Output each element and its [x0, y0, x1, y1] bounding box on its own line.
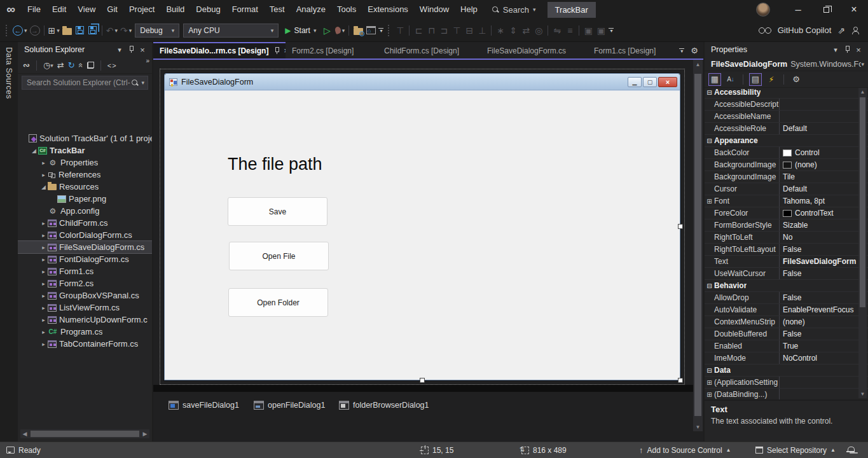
open-file-button[interactable]: Open File [229, 242, 329, 270]
tree-item-paper-png[interactable]: Paper.png [18, 193, 152, 205]
expander-icon[interactable]: ▸ [39, 268, 48, 275]
property-row-backgroundimage[interactable]: BackgroundImage(none) [705, 159, 868, 171]
property-value[interactable]: False [779, 268, 868, 279]
save-button[interactable]: Save [228, 197, 327, 226]
expander-icon[interactable]: ▸ [39, 341, 48, 347]
horizontal-scrollbar[interactable]: ◀ ▶ [20, 429, 149, 438]
feedback-icon[interactable] [851, 27, 859, 34]
tree-item-childform-cs[interactable]: ▸ChildForm.cs [18, 217, 152, 229]
property-category-data[interactable]: ⊟Data [705, 364, 868, 377]
property-value[interactable] [779, 99, 868, 110]
menu-view[interactable]: View [72, 0, 101, 19]
property-row-font[interactable]: ⊞FontTahoma, 8pt [705, 195, 868, 207]
property-value[interactable]: Default [779, 183, 868, 195]
add-to-source-control-button[interactable]: ↑ Add to Source Control ▲ [639, 445, 731, 455]
property-value[interactable]: ControlText [779, 207, 868, 219]
expander-icon[interactable]: ▸ [39, 293, 48, 299]
menu-debug[interactable]: Debug [190, 0, 226, 19]
property-category-accessibility[interactable]: ⊟Accessibility [705, 87, 868, 99]
expand-icon[interactable]: ⊞ [705, 379, 714, 386]
pin-icon[interactable] [125, 45, 137, 54]
property-value[interactable]: No [779, 232, 868, 243]
property-row-formborderstyle[interactable]: FormBorderStyleSizable [705, 219, 868, 232]
menu-git[interactable]: Git [101, 0, 123, 19]
property-row--applicationsetting[interactable]: ⊞(ApplicationSetting [705, 377, 868, 389]
properties-shortcut-icon[interactable] [87, 62, 94, 69]
new-project-button[interactable]: ⊞▾ [47, 23, 61, 38]
navigate-back-button[interactable]: ←▾ [11, 23, 29, 38]
expander-icon[interactable]: ▸ [39, 172, 48, 178]
property-row-righttoleftlayout[interactable]: RightToLeftLayoutFalse [705, 244, 868, 256]
document-tab[interactable]: Form1.cs [Design] [588, 42, 677, 59]
object-selector-dropdown[interactable]: FileSaveDialogForm System.Windows.For ▾ [705, 57, 868, 71]
property-value[interactable]: False [779, 292, 868, 303]
send-to-back-icon[interactable]: ▣ [595, 23, 607, 38]
property-value[interactable] [779, 389, 868, 399]
tree-item-filesavedialogform-cs[interactable]: ▸FileSaveDialogForm.cs [18, 241, 152, 253]
select-repository-button[interactable]: Select Repository ▲ [755, 446, 836, 455]
property-value[interactable]: Tahoma, 8pt [779, 195, 868, 207]
resize-handle-right[interactable] [678, 224, 683, 229]
tray-component-openFileDialog1[interactable]: openFileDialog1 [254, 401, 325, 410]
github-copilot-icon[interactable] [759, 27, 771, 34]
property-value[interactable]: Control [779, 147, 868, 158]
align-bottoms-icon[interactable]: ⊥ [476, 23, 488, 38]
property-value[interactable]: Tile [779, 171, 868, 183]
navigate-forward-button[interactable]: → [29, 23, 41, 38]
share-icon[interactable]: ⇗ [837, 25, 845, 36]
expander-icon[interactable]: ◢ [30, 148, 38, 154]
scrollbar-thumb[interactable] [31, 431, 139, 437]
solution-name-badge[interactable]: TrackBar [548, 2, 596, 18]
minimize-button[interactable]: ─ [784, 0, 812, 19]
menu-test[interactable]: Test [264, 0, 291, 19]
expander-icon[interactable]: ▸ [39, 160, 48, 166]
forms-designer-surface[interactable]: FileSaveDialogForm ▁ ▢ × The file path S… [153, 60, 703, 441]
property-value[interactable]: Sizable [779, 219, 868, 231]
property-row-enabled[interactable]: EnabledTrue [705, 340, 868, 352]
chevron-down-icon[interactable]: ▾ [114, 46, 125, 54]
make-same-height-icon[interactable]: ⇕ [507, 23, 520, 38]
pin-icon[interactable] [841, 45, 853, 54]
property-value[interactable]: NoControl [779, 352, 868, 364]
layout-overflow-icon[interactable]: ▾ [609, 28, 614, 32]
property-value[interactable]: Default [779, 123, 868, 134]
tray-component-folderBrowserDialog1[interactable]: folderBrowserDialog1 [339, 401, 429, 410]
user-avatar[interactable] [756, 3, 770, 17]
expander-icon[interactable]: ▸ [39, 220, 48, 226]
toolbar-grip[interactable] [6, 25, 8, 36]
property-category-appearance[interactable]: ⊟Appearance [705, 135, 868, 147]
property-row-allowdrop[interactable]: AllowDropFalse [705, 292, 868, 304]
property-value[interactable]: (none) [779, 159, 868, 170]
make-same-width-icon[interactable]: ∗ [494, 23, 507, 38]
property-row-backcolor[interactable]: BackColorControl [705, 147, 868, 159]
github-copilot-label[interactable]: GitHub Copilot [778, 25, 832, 35]
solution-configuration-dropdown[interactable]: Debug▾ [135, 24, 179, 38]
property-row-contextmenustrip[interactable]: ContextMenuStrip(none) [705, 316, 868, 328]
menu-build[interactable]: Build [160, 0, 190, 19]
data-sources-tab[interactable]: Data Sources [4, 47, 13, 99]
form-client-area[interactable]: The file path SaveOpen FileOpen Folder [165, 90, 680, 380]
menu-extensions[interactable]: Extensions [362, 0, 414, 19]
property-value[interactable]: (none) [779, 316, 868, 328]
property-row-usewaitcursor[interactable]: UseWaitCursorFalse [705, 268, 868, 280]
refresh-icon[interactable]: ↻ [68, 60, 75, 70]
align-rights-icon[interactable]: ⊐ [437, 23, 450, 38]
tab-options-gear-icon[interactable]: ⚙ [691, 46, 698, 55]
start-without-debugging-button[interactable]: ▷ [320, 23, 333, 38]
menu-format[interactable]: Format [226, 0, 264, 19]
tab-list-dropdown-icon[interactable]: ▾ [679, 48, 684, 53]
tree-item-trackbar[interactable]: ◢C#TrackBar [18, 144, 152, 156]
collapse-icon[interactable]: ⊟ [705, 282, 714, 289]
events-icon[interactable]: ⚡ [765, 73, 778, 86]
sync-with-active-document-icon[interactable]: ⇄ [57, 60, 64, 70]
tree-item-form1-cs[interactable]: ▸Form1.cs [18, 265, 152, 277]
expander-icon[interactable]: ▸ [39, 232, 48, 239]
expander-icon[interactable]: ▸ [39, 256, 48, 263]
resize-handle-bottom[interactable] [420, 378, 425, 383]
property-row-backgroundimage[interactable]: BackgroundImageTile [705, 171, 868, 183]
properties-view-icon[interactable]: ▤ [749, 73, 762, 86]
chevron-down-icon[interactable]: ▾ [830, 46, 841, 54]
property-row-righttoleft[interactable]: RightToLeftNo [705, 232, 868, 244]
preview-window-button[interactable] [364, 23, 377, 38]
document-tab[interactable]: Form2.cs [Design] [286, 42, 378, 59]
